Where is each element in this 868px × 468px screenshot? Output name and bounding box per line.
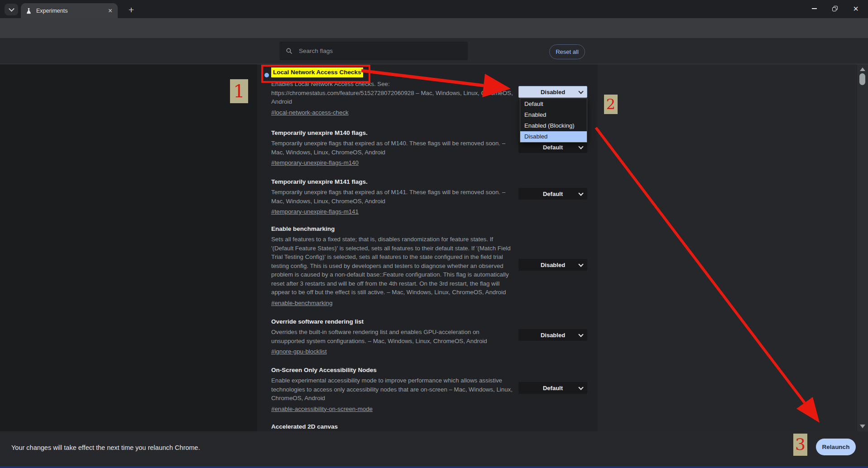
dropdown-option-enabled-blocking[interactable]: Enabled (Blocking) bbox=[520, 120, 587, 131]
flag-select-enable-benchmarking[interactable]: Disabled bbox=[518, 259, 587, 271]
flag-permalink[interactable]: #enable-benchmarking bbox=[271, 300, 332, 306]
flag-description: Enables Local Network Access checks. See… bbox=[271, 80, 514, 106]
relaunch-button[interactable]: Relaunch bbox=[816, 439, 856, 455]
select-value: Default bbox=[543, 144, 563, 151]
minimize-icon bbox=[812, 8, 817, 9]
tab-search-button[interactable] bbox=[5, 4, 18, 15]
flag-permalink[interactable]: #enable-accessibility-on-screen-mode bbox=[271, 406, 373, 412]
tab-close-button[interactable]: × bbox=[107, 7, 113, 14]
active-tab[interactable]: Experiments × bbox=[21, 3, 118, 18]
annotation-step-2-label: 2 bbox=[604, 95, 618, 114]
flag-row-enable-benchmarking: Enable benchmarking Sets all features to… bbox=[271, 225, 514, 307]
window-minimize-button[interactable] bbox=[804, 0, 825, 17]
right-panel-background bbox=[598, 64, 857, 431]
flag-permalink[interactable]: #ignore-gpu-blocklist bbox=[271, 348, 327, 355]
select-value: Disabled bbox=[541, 262, 565, 268]
flag-row-unexpire-m141: Temporarily unexpire M141 flags. Tempora… bbox=[271, 178, 514, 216]
flag-row-override-software-rendering: Override software rendering list Overrid… bbox=[271, 318, 514, 356]
chevron-down-icon bbox=[578, 332, 583, 337]
flask-icon bbox=[25, 7, 32, 14]
scroll-up-button[interactable] bbox=[860, 67, 865, 71]
flag-description: Temporarily unexpire flags that expired … bbox=[271, 188, 514, 205]
select-value: Disabled bbox=[541, 332, 565, 339]
flag-description: Overrides the built-in software renderin… bbox=[271, 328, 514, 345]
restore-icon bbox=[832, 6, 838, 11]
flag-select-unexpire-m140[interactable]: Default bbox=[518, 141, 587, 153]
reset-all-button[interactable]: Reset all bbox=[549, 44, 585, 59]
flag-title: Override software rendering list bbox=[271, 318, 514, 325]
flag-select-onscreen-accessibility[interactable]: Default bbox=[518, 382, 587, 394]
chevron-down-icon bbox=[578, 191, 583, 196]
relaunch-infobar: Your changes will take effect the next t… bbox=[0, 431, 868, 466]
flags-page-header: Reset all bbox=[0, 38, 868, 64]
flag-row-onscreen-accessibility: On-Screen Only Accessibility Nodes Enabl… bbox=[271, 366, 514, 413]
search-icon bbox=[286, 48, 293, 54]
dropdown-option-disabled-highlighted[interactable]: Disabled bbox=[520, 131, 587, 142]
flag-title: Enable benchmarking bbox=[271, 225, 514, 233]
window-close-button[interactable]: × bbox=[845, 0, 866, 17]
flag-permalink[interactable]: #temporary-unexpire-flags-m140 bbox=[271, 159, 359, 166]
flag-select-local-network-access[interactable]: Disabled bbox=[518, 86, 587, 98]
flag-select-unexpire-m141[interactable]: Default bbox=[518, 188, 587, 200]
flag-permalink[interactable]: #temporary-unexpire-flags-m141 bbox=[271, 208, 359, 215]
flag-description: Sets all features to a fixed state; that… bbox=[271, 235, 514, 297]
window-restore-button[interactable] bbox=[825, 0, 845, 17]
annotation-red-box bbox=[261, 65, 370, 83]
new-tab-button[interactable]: + bbox=[125, 4, 138, 16]
chevron-down-icon bbox=[578, 89, 583, 94]
chevron-down-icon bbox=[578, 262, 583, 267]
search-input[interactable] bbox=[298, 47, 454, 55]
select-value: Disabled bbox=[541, 89, 565, 96]
scrollbar-track[interactable] bbox=[857, 64, 868, 431]
flag-title: Temporarily unexpire M140 flags. bbox=[271, 129, 514, 137]
flag-row-accelerated-2d-canvas: Accelerated 2D canvas bbox=[271, 423, 514, 430]
flag-title: Temporarily unexpire M141 flags. bbox=[271, 178, 514, 186]
select-dropdown-menu: Default Enabled Enabled (Blocking) Disab… bbox=[520, 98, 587, 143]
annotation-step-3-label: 3 bbox=[793, 434, 807, 456]
chevron-down-icon bbox=[578, 385, 583, 390]
scroll-down-button[interactable] bbox=[860, 425, 865, 428]
select-value: Default bbox=[543, 191, 563, 197]
titlebar: Experiments × + × bbox=[0, 0, 868, 18]
flag-description: Temporarily unexpire flags that expired … bbox=[271, 139, 514, 157]
relaunch-message: Your changes will take effect the next t… bbox=[11, 444, 200, 451]
taskbar-edge-strip bbox=[0, 466, 868, 468]
flag-select-override-software-rendering[interactable]: Disabled bbox=[518, 329, 587, 341]
flag-title: On-Screen Only Accessibility Nodes bbox=[271, 366, 514, 374]
scrollbar-thumb[interactable] bbox=[859, 73, 865, 85]
tab-title: Experiments bbox=[36, 8, 107, 14]
chevron-down-icon bbox=[578, 144, 583, 149]
dropdown-option-enabled[interactable]: Enabled bbox=[520, 110, 587, 120]
flag-row-unexpire-m140: Temporarily unexpire M140 flags. Tempora… bbox=[271, 129, 514, 167]
annotation-step-1-label: 1 bbox=[230, 79, 248, 103]
select-value: Default bbox=[543, 385, 563, 392]
flag-title: Accelerated 2D canvas bbox=[271, 423, 514, 430]
dropdown-option-default[interactable]: Default bbox=[520, 99, 587, 110]
flag-permalink[interactable]: #local-network-access-check bbox=[271, 109, 349, 116]
search-box[interactable] bbox=[279, 42, 468, 60]
chevron-down-icon bbox=[9, 6, 14, 12]
flag-description: Enable experimental accessibility mode t… bbox=[271, 376, 514, 403]
browser-toolbar: ← → ↻ Chrome chrome://flags/#local-netwo… bbox=[0, 18, 868, 38]
